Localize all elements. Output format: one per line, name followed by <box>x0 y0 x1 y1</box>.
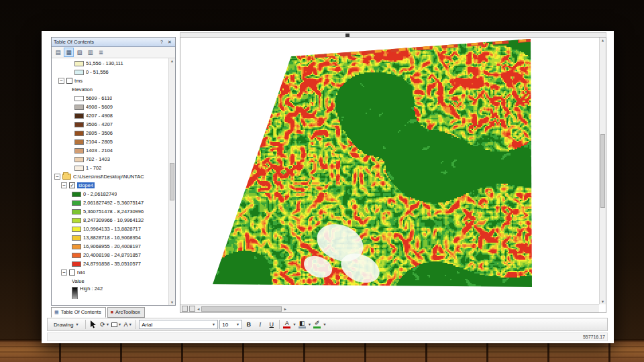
map-vertical-scrollbar[interactable]: ▲ ▼ <box>599 38 606 304</box>
layer-label-tms[interactable]: tms <box>74 78 83 84</box>
desk-background: Table Of Contents ? ✕ ▤▦▧▥≣ 51,556 - 130… <box>0 0 644 362</box>
slide: Table Of Contents ? ✕ ▤▦▧▥≣ 51,556 - 130… <box>42 31 614 343</box>
legend-label: 0 - 2,06182749 <box>83 191 117 197</box>
collapse-icon[interactable]: − <box>61 269 67 276</box>
list-by-drawing-order-icon[interactable]: ▤ <box>53 48 63 57</box>
chevron-down-icon[interactable]: ▼ <box>308 322 311 326</box>
legend-row: 4908 - 5609 <box>52 103 175 111</box>
legend-swatch[interactable] <box>74 139 84 145</box>
scroll-thumb[interactable] <box>170 163 174 200</box>
font-color-letter: A <box>285 320 289 326</box>
legend-swatch[interactable] <box>74 70 84 75</box>
legend-row: 702 - 1403 <box>52 155 175 164</box>
text-tool-button[interactable]: A ▼ <box>123 320 133 330</box>
field-label: Value <box>72 278 85 284</box>
legend-swatch[interactable] <box>72 218 81 223</box>
list-by-visibility-icon[interactable]: ▧ <box>74 48 85 57</box>
layer-node-hil4[interactable]: − hil4 <box>52 268 175 277</box>
font-family-select[interactable]: Arial ▼ <box>139 320 218 329</box>
field-label: Elevation <box>72 86 93 93</box>
chevron-down-icon[interactable]: ▼ <box>323 322 326 326</box>
slope4-checkbox[interactable]: ✓ <box>69 182 75 188</box>
legend-rows-tms: 5609 - 61104908 - 56094207 - 49083506 - … <box>52 94 175 172</box>
legend-swatch[interactable] <box>74 131 84 136</box>
layer-label-slope4[interactable]: slope4 <box>77 182 95 188</box>
legend-swatch[interactable] <box>74 105 84 110</box>
legend-row: 2,061827492 - 5,36075147 <box>52 198 175 207</box>
collapse-icon[interactable]: − <box>54 174 60 180</box>
tab-table-of-contents[interactable]: ▦ Table Of Contents <box>51 307 106 318</box>
legend-label: 24,8791858 - 35,0510577 <box>83 261 141 267</box>
field-row: Value <box>52 277 175 286</box>
legend-label: 2104 - 2805 <box>86 139 113 145</box>
italic-button[interactable]: I <box>255 320 265 330</box>
table-of-contents-panel: Table Of Contents ? ✕ ▤▦▧▥≣ 51,556 - 130… <box>51 37 176 306</box>
legend-label: 0 - 51,556 <box>86 69 109 75</box>
select-elements-button[interactable] <box>89 320 99 330</box>
font-size-select[interactable]: 10 ▼ <box>219 320 242 329</box>
scroll-thumb[interactable] <box>201 306 282 312</box>
scroll-down-icon[interactable]: ▼ <box>601 300 604 304</box>
legend-swatch[interactable] <box>74 166 84 171</box>
legend-swatch[interactable] <box>72 209 81 215</box>
list-by-selection-icon[interactable]: ▥ <box>85 48 95 57</box>
legend-label: 3506 - 4207 <box>86 121 113 127</box>
toc-header[interactable]: Table Of Contents ? ✕ <box>52 38 175 47</box>
tab-arctoolbox[interactable]: ■ ArcToolbox <box>107 307 145 318</box>
legend-swatch[interactable] <box>72 192 81 197</box>
pan-button[interactable] <box>189 306 195 312</box>
toc-scrollbar[interactable]: ▲ ▼ <box>168 58 175 305</box>
scroll-down-icon[interactable]: ▼ <box>170 300 174 304</box>
hil4-checkbox[interactable] <box>69 269 75 276</box>
rotate-tool-button[interactable]: ⟳ ▼ <box>100 320 110 330</box>
font-color-button[interactable]: A <box>282 320 291 329</box>
layer-label-hil4[interactable]: hil4 <box>77 269 85 276</box>
collapse-icon[interactable]: − <box>58 78 64 84</box>
shape-tool-button[interactable]: ▼ <box>111 320 121 330</box>
scroll-up-icon[interactable]: ▲ <box>170 59 174 63</box>
line-color-button[interactable]: ✐ <box>313 320 321 329</box>
legend-swatch[interactable] <box>72 244 81 249</box>
scroll-up-icon[interactable]: ▲ <box>601 38 604 42</box>
legend-row: 0 - 2,06182749 <box>52 190 175 198</box>
scroll-right-icon[interactable]: ► <box>283 307 286 311</box>
legend-swatch[interactable] <box>72 235 81 241</box>
map-view[interactable]: ▲ ▼ ◄ ► <box>180 37 606 313</box>
legend-swatch[interactable] <box>72 253 81 258</box>
layer-node-slope4[interactable]: − ✓ slope4 <box>52 181 175 190</box>
underline-button[interactable]: U <box>266 320 276 330</box>
pan-button[interactable] <box>182 306 188 312</box>
legend-swatch[interactable] <box>74 148 84 154</box>
close-icon[interactable]: ✕ <box>166 40 173 45</box>
scroll-left-icon[interactable]: ◄ <box>197 307 200 311</box>
group-node[interactable]: − C:\Users\msf\Desktop\NUNTAC <box>52 172 175 181</box>
legend-swatch[interactable] <box>74 122 84 127</box>
map-horizontal-scrollbar[interactable]: ◄ ► <box>180 304 599 312</box>
options-icon[interactable]: ≣ <box>96 48 106 57</box>
legend-row: 2104 - 2805 <box>52 137 175 146</box>
legend-swatch[interactable] <box>72 200 81 206</box>
drawing-menu-label: Drawing <box>54 322 73 328</box>
slope-raster-map[interactable] <box>180 38 599 304</box>
layer-node-tms[interactable]: − tms <box>52 76 175 85</box>
legend-swatch[interactable] <box>74 113 84 119</box>
legend-label: 51,556 - 130,111 <box>86 60 123 66</box>
field-row: Elevation <box>52 85 175 94</box>
list-by-source-icon[interactable]: ▦ <box>64 48 74 57</box>
tms-checkbox[interactable] <box>66 78 72 84</box>
fill-color-button[interactable]: ◧ <box>298 320 307 329</box>
stretch-high-label: High : 242 <box>80 286 103 292</box>
legend-swatch[interactable] <box>74 61 84 66</box>
legend-swatch[interactable] <box>74 157 84 162</box>
window-top-strip <box>180 32 606 37</box>
help-icon[interactable]: ? <box>158 40 165 44</box>
legend-swatch[interactable] <box>74 96 84 101</box>
chevron-down-icon[interactable]: ▼ <box>292 322 296 326</box>
collapse-icon[interactable]: − <box>61 182 67 188</box>
scroll-thumb[interactable] <box>600 134 605 208</box>
bold-button[interactable]: B <box>244 320 254 330</box>
group-path-label[interactable]: C:\Users\msf\Desktop\NUNTAC <box>73 174 144 180</box>
legend-swatch[interactable] <box>72 227 81 232</box>
drawing-menu-button[interactable]: Drawing ▼ <box>50 320 83 329</box>
legend-swatch[interactable] <box>72 261 81 267</box>
